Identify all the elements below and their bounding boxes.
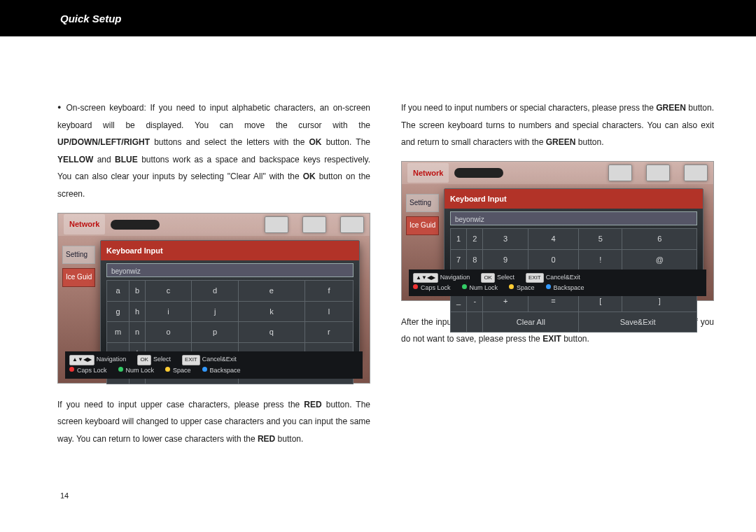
hint-space: Space — [517, 284, 535, 291]
text: On-screen keyboard: If you need to input… — [57, 103, 370, 130]
device-icon — [111, 220, 160, 230]
yellow-dot-icon — [165, 367, 170, 372]
hint-space: Space — [173, 367, 191, 374]
figure-numeric-keyboard: Network Setting Ice Guid Keyboard Input … — [401, 161, 714, 301]
keyboard-panel: Keyboard Input beyonwiz abcdef ghijkl mn… — [100, 240, 360, 355]
kw-green: GREEN — [656, 103, 686, 113]
key[interactable]: r — [304, 322, 353, 343]
key[interactable]: 2 — [467, 229, 483, 250]
key[interactable]: ! — [579, 249, 622, 270]
key[interactable]: g — [107, 301, 130, 322]
text: If you need to input numbers or special … — [401, 103, 656, 113]
page-body: On-screen keyboard: If you need to input… — [0, 36, 756, 450]
key[interactable]: 0 — [528, 249, 578, 270]
key[interactable]: 6 — [622, 229, 697, 250]
text: button. — [575, 137, 603, 147]
text: button. — [561, 334, 589, 344]
tab-network: Network — [407, 163, 449, 183]
key[interactable]: 1 — [451, 229, 467, 250]
key[interactable]: l — [304, 301, 353, 322]
top-icon — [340, 216, 364, 233]
text: and — [93, 155, 115, 164]
key[interactable]: q — [238, 322, 304, 343]
key[interactable]: e — [238, 281, 304, 302]
green-dot-icon — [118, 367, 123, 372]
keyboard-panel: Keyboard Input beyonwiz 123456 7890!@ #$… — [444, 188, 704, 275]
hint-backspace: Backspace — [210, 367, 241, 374]
green-dot-icon — [462, 284, 467, 289]
panel-input: beyonwiz — [450, 211, 697, 225]
top-icon — [608, 164, 632, 181]
tab-network: Network — [64, 214, 105, 234]
red-dot-icon — [413, 284, 418, 289]
side-tabs: Setting Ice Guid — [406, 194, 439, 239]
key[interactable]: 5 — [579, 229, 622, 250]
hint-backspace: Backspace — [554, 284, 584, 291]
blue-dot-icon — [546, 284, 551, 289]
panel-title: Keyboard Input — [101, 241, 359, 261]
top-icon — [265, 216, 288, 233]
key[interactable] — [467, 312, 483, 332]
hint-navigation: Navigation — [440, 274, 470, 281]
text: If you need to input upper case characte… — [57, 400, 304, 410]
red-dot-icon — [69, 367, 74, 372]
para-uppercase: If you need to input upper case characte… — [57, 396, 370, 448]
text: buttons and select the letters with the — [150, 137, 309, 147]
hint-bar: ▲▼◀▶Navigation OKSelect EXITCancel&Exit … — [65, 351, 363, 378]
key[interactable]: k — [238, 301, 304, 322]
kw-red: RED — [304, 400, 321, 410]
key[interactable]: o — [145, 322, 192, 343]
key[interactable]: h — [130, 301, 146, 322]
badge-exit-icon: EXIT — [182, 355, 200, 365]
badge-nav-icon: ▲▼◀▶ — [413, 273, 438, 284]
hint-num-lock: Num Lock — [470, 284, 498, 291]
key-save-exit[interactable]: Save&Exit — [579, 312, 697, 332]
badge-exit-icon: EXIT — [526, 273, 544, 284]
key[interactable]: p — [192, 322, 239, 343]
key[interactable]: b — [130, 281, 146, 302]
right-column: If you need to input numbers or special … — [401, 99, 714, 450]
device-icon — [454, 168, 503, 178]
side-tabs: Setting Ice Guid — [62, 246, 95, 291]
para-numbers: If you need to input numbers or special … — [401, 99, 714, 151]
figure-topbar: Network — [58, 214, 370, 236]
side-tab-setting: Setting — [62, 246, 95, 265]
key[interactable]: c — [145, 281, 192, 302]
hint-bar: ▲▼◀▶Navigation OKSelect EXITCancel&Exit … — [409, 270, 706, 296]
yellow-dot-icon — [509, 284, 514, 289]
badge-ok-icon: OK — [137, 355, 151, 365]
key[interactable] — [451, 312, 467, 332]
blue-dot-icon — [202, 367, 207, 372]
hint-select: Select — [497, 274, 514, 281]
key[interactable]: @ — [622, 249, 697, 270]
para-keyboard-intro: On-screen keyboard: If you need to input… — [57, 99, 370, 203]
key-clear-all[interactable]: Clear All — [483, 312, 579, 332]
text: button. The — [322, 137, 371, 147]
key[interactable]: n — [130, 322, 146, 343]
hint-num-lock: Num Lock — [126, 367, 155, 374]
key[interactable]: i — [145, 301, 192, 322]
top-icons — [265, 216, 364, 233]
kw-ok: OK — [309, 137, 322, 147]
key[interactable]: j — [192, 301, 239, 322]
panel-title: Keyboard Input — [444, 189, 703, 209]
key[interactable]: f — [304, 281, 353, 302]
key[interactable]: 9 — [483, 249, 528, 270]
hint-caps-lock: Caps Lock — [421, 284, 451, 291]
key[interactable]: 8 — [467, 249, 483, 270]
hint-cancel-exit: Cancel&Exit — [202, 356, 237, 363]
kw-ok: OK — [303, 172, 316, 181]
key[interactable]: 3 — [483, 229, 528, 250]
kw-yellow: YELLOW — [57, 155, 93, 164]
kw-directions: UP/DOWN/LEFT/RIGHT — [57, 137, 150, 147]
key[interactable]: 4 — [528, 229, 578, 250]
kw-red: RED — [258, 434, 275, 444]
side-tab-setting: Setting — [406, 194, 439, 213]
figure-alpha-keyboard: Network Setting Ice Guid Keyboard Input … — [57, 213, 370, 384]
key[interactable]: m — [107, 322, 130, 343]
key[interactable]: a — [107, 281, 130, 302]
top-icons — [608, 164, 708, 181]
key[interactable]: 7 — [451, 249, 467, 270]
side-tab-iceguide: Ice Guid — [406, 216, 439, 235]
key[interactable]: d — [192, 281, 239, 302]
